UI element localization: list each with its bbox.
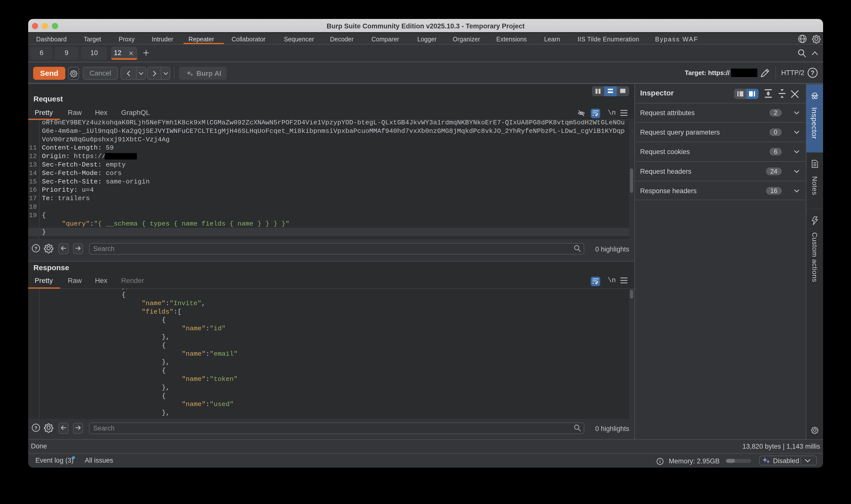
svg-text:?: ?	[34, 425, 38, 431]
svg-text:?: ?	[34, 246, 38, 251]
svg-text:?: ?	[811, 69, 814, 76]
